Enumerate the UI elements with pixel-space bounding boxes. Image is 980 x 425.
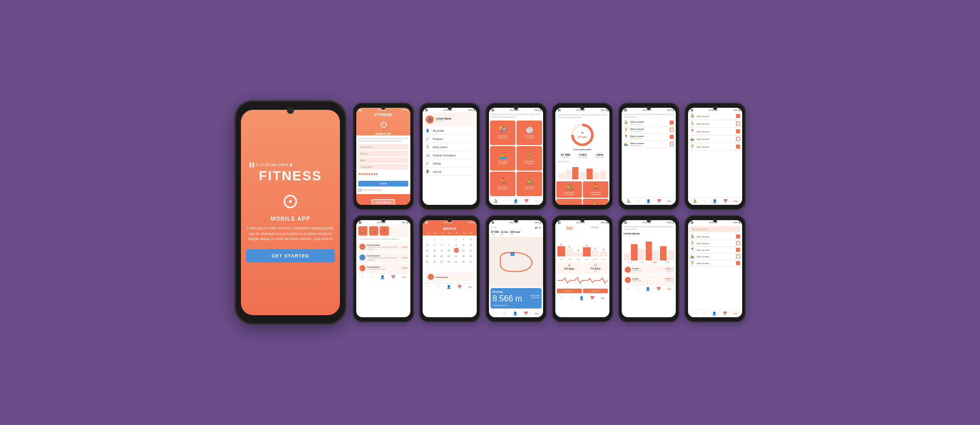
cal-cell-12[interactable]: 12 [432, 248, 437, 253]
check-item-4[interactable]: 🏊 Dolor sit amet [688, 135, 742, 143]
menu-item-progress[interactable]: 📈 Progress › [423, 135, 477, 143]
nav4-heart-icon[interactable]: ♡ [703, 199, 706, 203]
login-button[interactable]: LOG IN [358, 181, 408, 186]
cal-cell-10[interactable]: 10 [468, 242, 473, 247]
nav5-user-icon[interactable]: 👤 [380, 275, 385, 279]
hr-act-2[interactable]: 🏃 Lorem ipsum Lorem ipsum [583, 181, 608, 198]
nav-user-icon[interactable]: 👤 [513, 199, 518, 203]
nav4-user-icon[interactable]: 👤 [713, 199, 717, 203]
nav3-heart-icon[interactable]: ♡ [637, 199, 640, 203]
nav-bike-icon[interactable]: 🚴 [494, 199, 498, 203]
menu-item-analysis[interactable]: 📊 Analysis of progress › [423, 151, 477, 159]
nav9-back-icon[interactable]: ← [626, 287, 630, 291]
nav5-cal-icon[interactable]: 📅 [391, 275, 396, 279]
nav8-cal-icon[interactable]: 📅 [590, 296, 595, 300]
activity-weights[interactable]: 🏋 Lorem ipsum Lorem ipsum [517, 146, 542, 171]
ipsum-dropdown[interactable]: Ipsum ▼ [583, 289, 608, 293]
cal-cell-22[interactable]: 22 [454, 253, 459, 258]
nav6-heart-icon[interactable]: ♡ [437, 285, 440, 289]
cal-cell-prev4[interactable]: 30 [446, 237, 451, 242]
activity-swim[interactable]: 🏊 Lorem ipsum Lorem ipsum [490, 146, 516, 171]
search-item-4[interactable]: 🏊 Dolor sit amet [688, 253, 742, 260]
nav7-more-icon[interactable]: ••• [534, 312, 538, 316]
check-item-2[interactable]: 🏃 Dolor sit amet [688, 120, 742, 128]
get-started-button[interactable]: GET STARTED [246, 249, 335, 263]
cal-cell-23[interactable]: 23 [461, 253, 466, 258]
workout-item-3[interactable]: 📍 Dolor sit amet lorem ipsum text ✓ [622, 134, 676, 141]
agree-checkbox[interactable] [358, 188, 361, 192]
sch-item-3[interactable]: 🏃 Lorem ipsum Lorem ipsum dolor sit amet… [357, 264, 409, 273]
sch-item-2[interactable]: 📍 Lorem ipsum Lorem ipsum sit amet, sed … [357, 253, 409, 263]
username-input[interactable] [358, 144, 408, 150]
cal-cell-16[interactable]: 16 [461, 248, 466, 253]
nav10-cal-icon[interactable]: 📅 [723, 312, 727, 316]
nav10-more-icon[interactable]: ••• [733, 312, 737, 316]
cal-cell-30[interactable]: 30 [461, 259, 466, 264]
activity-volleyball[interactable]: 🏐 Lorem ipsum Lorem ipsum [517, 121, 542, 145]
nav8-user-icon[interactable]: 👤 [579, 296, 584, 300]
cal-cell-next1[interactable]: 1 [425, 265, 430, 270]
nav8-heart-icon[interactable]: ♡ [570, 296, 573, 300]
name-input[interactable] [358, 157, 408, 163]
hr-act-1[interactable]: 🚴 Lorem ipsum Lorem ipsum [556, 181, 582, 198]
nav5-more-icon[interactable]: ••• [402, 275, 405, 279]
cal-cell-20[interactable]: 20 [439, 253, 444, 258]
cal-cell-2[interactable]: 2 [461, 237, 466, 242]
check-item-3[interactable]: 📍 Dolor sit amet ✓ [688, 128, 742, 135]
nav3-cal-icon[interactable]: 📅 [657, 199, 662, 203]
search-bar[interactable]: 🔍 Lorem ipsum [690, 226, 741, 232]
email-input[interactable] [358, 164, 408, 170]
activity-run[interactable]: 🏃 Lorem ipsum Lorem ipsum [490, 172, 516, 196]
cal-cell-6[interactable]: 6 [439, 242, 444, 247]
nav6-back-icon[interactable]: ← [427, 285, 431, 289]
nav10-heart-icon[interactable]: ♡ [702, 312, 705, 316]
cal-cell-3[interactable]: 3 [468, 237, 473, 242]
cal-cell-29[interactable]: 29 [454, 259, 459, 264]
nav6-cal-icon[interactable]: 📅 [457, 285, 462, 289]
hr-act-3[interactable]: 🏋 Lorem ipsum Lorem ipsum [556, 199, 582, 205]
menu-item-body[interactable]: 🏃 Body control › [423, 143, 477, 151]
nav5-heart-icon[interactable]: ♡ [371, 275, 374, 279]
activity-bike[interactable]: 🚴 Lorem ipsum Lorem ipsum [517, 172, 542, 196]
cal-cell-11[interactable]: 11 [425, 248, 430, 253]
search-item-1[interactable]: 🚴 Dolor sit amet ✓ [688, 233, 742, 240]
nav9-more-icon[interactable]: ••• [667, 287, 671, 291]
cal-cell-17[interactable]: 17 [468, 248, 473, 253]
nav10-back-icon[interactable]: ← [693, 312, 696, 316]
nav5-back-icon[interactable]: ← [361, 275, 364, 279]
nav-heart-icon[interactable]: ♡ [504, 199, 507, 203]
cal-cell-8[interactable]: 8 [454, 242, 459, 247]
nav6-more-icon[interactable]: ••• [468, 285, 472, 289]
check-item-1[interactable]: 🚴 Dolor sit amet ✓ [688, 112, 742, 120]
history-item-1[interactable]: 🏃 Lorem 17 Mar 2019 9 565 m 44:13 min [623, 265, 675, 274]
nav-more-icon[interactable]: ••• [535, 199, 538, 203]
search-item-5[interactable]: 🏋 Dolor sit amet ✓ [688, 260, 742, 267]
cal-cell-next2[interactable]: 2 [432, 265, 437, 270]
nav7-user-icon[interactable]: 👤 [513, 312, 518, 316]
cal-cell-4[interactable]: 4 [425, 242, 430, 247]
menu-item-profile[interactable]: 👤 My profile › [423, 127, 477, 135]
hr-act-4[interactable]: 🚴 Lorem ipsum Lorem ipsum [583, 199, 608, 205]
search-item-3[interactable]: 📍 Dolor sit amet ✓ [688, 247, 742, 253]
nav6-user-icon[interactable]: 👤 [447, 285, 451, 289]
sch-item-1[interactable]: 🚴 Lorem ipsum Lorem ipsum sit amet, sed … [357, 242, 409, 252]
cal-cell-28[interactable]: 28 [446, 259, 451, 264]
nav9-cal-icon[interactable]: 📅 [656, 287, 661, 291]
nav4-more-icon[interactable]: ••• [734, 199, 738, 203]
cal-cell-27[interactable]: 27 [439, 259, 444, 264]
month-tab[interactable]: Month [591, 226, 598, 229]
cal-cell-18[interactable]: 18 [425, 253, 430, 258]
cal-cell-1[interactable]: 1 [454, 237, 459, 242]
nav4-bike-icon[interactable]: 🚴 [693, 199, 697, 203]
cal-cell-prev2[interactable]: 28 [432, 237, 437, 242]
nav9-user-icon[interactable]: 👤 [646, 287, 650, 291]
nav3-user-icon[interactable]: 👤 [646, 199, 651, 203]
cal-cell-31[interactable]: 31 [468, 259, 473, 264]
cal-cell-prev1[interactable]: 27 [425, 237, 430, 242]
nav8-back-icon[interactable]: ← [560, 296, 564, 300]
workout-item-2[interactable]: 🏃 Dolor sit amet lorem ipsum text [622, 127, 676, 134]
cal-cell-prev3[interactable]: 29 [439, 237, 444, 242]
password-input1[interactable] [358, 151, 408, 156]
cal-cell-7[interactable]: 7 [446, 242, 451, 247]
nav-cal-icon[interactable]: 📅 [524, 199, 529, 203]
